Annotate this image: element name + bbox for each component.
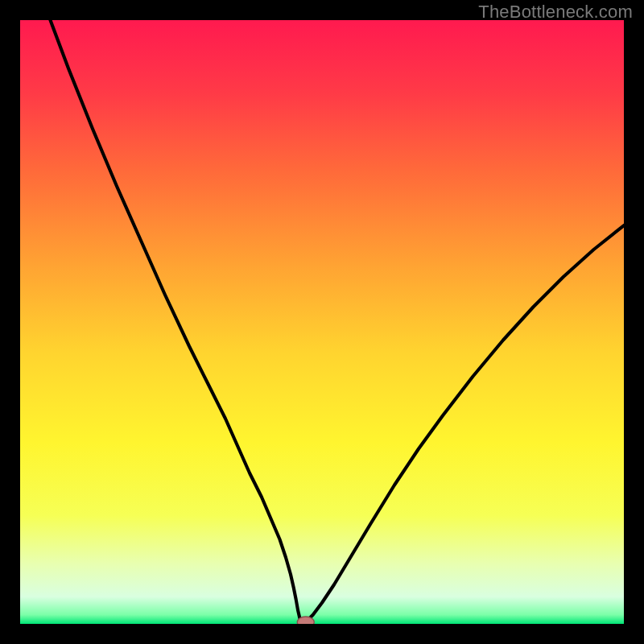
- gradient-background: [20, 20, 624, 624]
- bottleneck-plot: [20, 20, 624, 624]
- minimum-marker: [297, 617, 314, 624]
- chart-frame: TheBottleneck.com: [0, 0, 644, 644]
